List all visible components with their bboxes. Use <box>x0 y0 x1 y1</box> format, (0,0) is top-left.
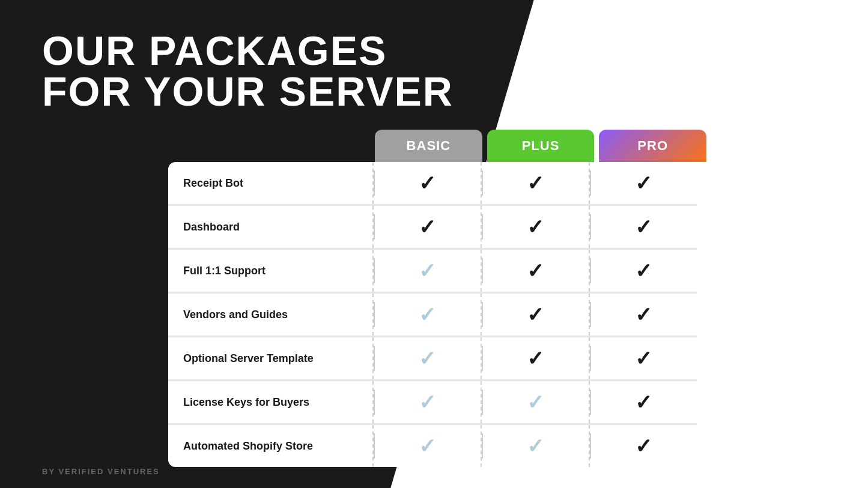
pro-check <box>589 162 697 204</box>
table-row: License Keys for Buyers <box>168 381 697 425</box>
feature-name: Dashboard <box>168 212 372 242</box>
title-line2: FOR YOUR SERVER <box>42 71 868 112</box>
table-row: Optional Server Template <box>168 337 697 381</box>
check-dark-icon <box>527 263 544 282</box>
pro-check <box>589 425 697 467</box>
pro-check <box>589 206 697 248</box>
check-light-icon <box>527 394 544 413</box>
check-dark-icon <box>527 351 544 369</box>
check-light-icon <box>419 394 436 413</box>
check-dark-icon <box>635 438 652 457</box>
plus-check <box>481 381 589 423</box>
check-dark-icon <box>635 175 652 194</box>
plus-check <box>481 294 589 336</box>
basic-check <box>372 337 481 379</box>
comparison-table: BASIC PLUS PRO Receipt BotDashboardFull … <box>168 130 709 467</box>
page-title: OUR PACKAGES FOR YOUR SERVER <box>42 30 868 112</box>
package-headers: BASIC PLUS PRO <box>372 130 709 162</box>
features-table: Receipt BotDashboardFull 1:1 SupportVend… <box>168 162 697 467</box>
basic-check <box>372 425 481 467</box>
feature-name: Receipt Bot <box>168 168 372 199</box>
basic-check <box>372 162 481 204</box>
check-dark-icon <box>419 219 436 238</box>
plus-check <box>481 425 589 467</box>
check-light-icon <box>419 307 436 325</box>
check-dark-icon <box>635 394 652 413</box>
pro-check <box>589 381 697 423</box>
basic-header: BASIC <box>375 130 482 162</box>
feature-name: Vendors and Guides <box>168 300 372 330</box>
check-dark-icon <box>527 175 544 194</box>
basic-check <box>372 206 481 248</box>
pro-check <box>589 337 697 379</box>
plus-check <box>481 250 589 292</box>
check-dark-icon <box>635 263 652 282</box>
check-light-icon <box>527 438 544 457</box>
table-row: Receipt Bot <box>168 162 697 206</box>
feature-name: Full 1:1 Support <box>168 256 372 286</box>
check-light-icon <box>419 351 436 369</box>
plus-header: PLUS <box>487 130 595 162</box>
check-dark-icon <box>635 219 652 238</box>
basic-check <box>372 294 481 336</box>
feature-name: Automated Shopify Store <box>168 431 372 462</box>
basic-check <box>372 250 481 292</box>
check-dark-icon <box>635 351 652 369</box>
check-dark-icon <box>527 307 544 325</box>
plus-check <box>481 162 589 204</box>
check-dark-icon <box>419 175 436 194</box>
feature-name: License Keys for Buyers <box>168 387 372 418</box>
feature-name: Optional Server Template <box>168 343 372 374</box>
footer-text: BY VERIFIED VENTURES <box>42 467 160 476</box>
check-dark-icon <box>527 219 544 238</box>
pro-check <box>589 294 697 336</box>
table-row: Dashboard <box>168 206 697 250</box>
title-line1: OUR PACKAGES <box>42 28 387 73</box>
pro-header: PRO <box>599 130 706 162</box>
table-row: Full 1:1 Support <box>168 250 697 294</box>
plus-check <box>481 206 589 248</box>
basic-check <box>372 381 481 423</box>
check-light-icon <box>419 263 436 282</box>
pro-check <box>589 250 697 292</box>
check-dark-icon <box>635 307 652 325</box>
plus-check <box>481 337 589 379</box>
table-row: Automated Shopify Store <box>168 425 697 467</box>
check-light-icon <box>419 438 436 457</box>
table-row: Vendors and Guides <box>168 294 697 337</box>
